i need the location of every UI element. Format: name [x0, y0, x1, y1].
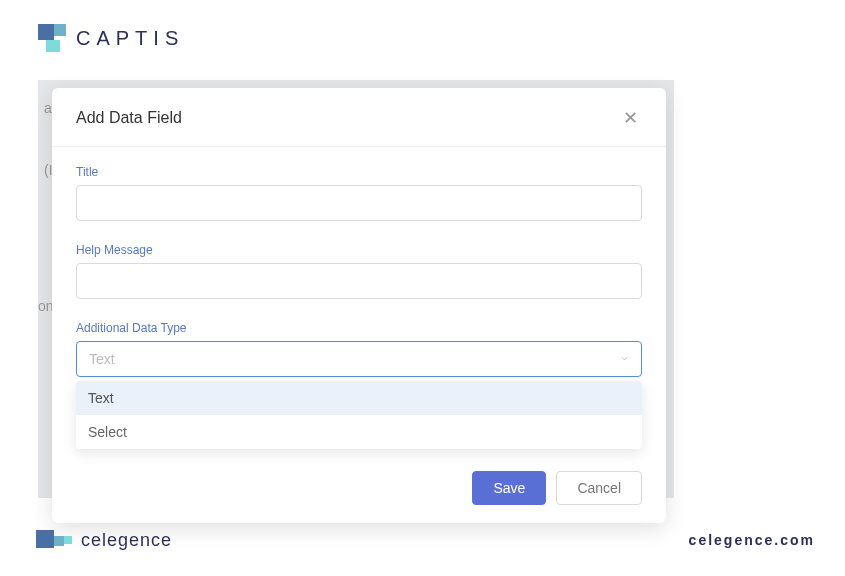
data-type-dropdown: Text Select [76, 381, 642, 449]
select-value: Text [89, 351, 115, 367]
celegence-logo-mark [36, 528, 72, 552]
help-message-label: Help Message [76, 243, 642, 257]
modal-header: Add Data Field ✕ [52, 88, 666, 147]
modal-body: Title Help Message Additional Data Type … [52, 147, 666, 459]
title-field: Title [76, 165, 642, 221]
celegence-logo: celegence [36, 528, 172, 552]
page-footer: celegence celegence.com [0, 528, 845, 552]
close-button[interactable]: ✕ [618, 106, 642, 130]
celegence-wordmark: celegence [81, 530, 172, 551]
dropdown-option-select[interactable]: Select [76, 415, 642, 449]
title-input[interactable] [76, 185, 642, 221]
title-label: Title [76, 165, 642, 179]
additional-data-type-label: Additional Data Type [76, 321, 642, 335]
close-icon: ✕ [623, 107, 638, 129]
additional-data-type-field: Additional Data Type Text Text Select [76, 321, 642, 377]
captis-logo-mark [38, 24, 66, 52]
captis-wordmark: CAPTIS [76, 27, 184, 50]
add-data-field-modal: Add Data Field ✕ Title Help Message Addi… [52, 88, 666, 523]
additional-data-type-select[interactable]: Text [76, 341, 642, 377]
save-button[interactable]: Save [472, 471, 546, 505]
captis-logo: CAPTIS [38, 24, 184, 52]
modal-footer: Save Cancel [52, 459, 666, 523]
background-text-fragment: a [44, 100, 52, 116]
celegence-link[interactable]: celegence.com [689, 532, 815, 548]
dropdown-option-text[interactable]: Text [76, 381, 642, 415]
help-message-input[interactable] [76, 263, 642, 299]
modal-title: Add Data Field [76, 109, 182, 127]
help-message-field: Help Message [76, 243, 642, 299]
cancel-button[interactable]: Cancel [556, 471, 642, 505]
